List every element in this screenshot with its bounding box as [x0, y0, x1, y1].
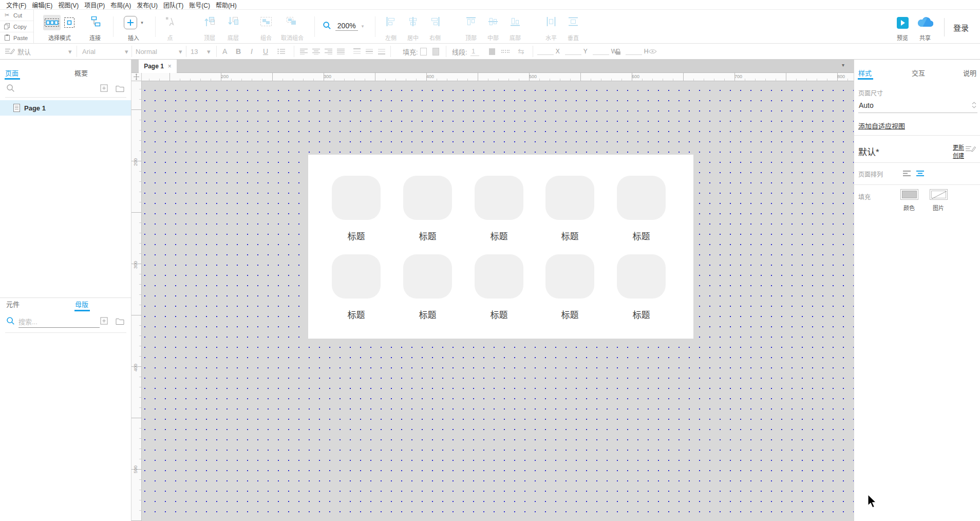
- distribute-vertical-button[interactable]: 垂直: [562, 13, 584, 42]
- select-contained-mode-button[interactable]: [63, 16, 76, 29]
- page-artboard[interactable]: 标题 标题 标题 标题 标题: [308, 155, 693, 339]
- align-top-button[interactable]: 顶部: [460, 13, 482, 42]
- image-placeholder[interactable]: [545, 254, 594, 299]
- fill-image-swatch[interactable]: [930, 189, 948, 200]
- vertical-align-top-icon[interactable]: [353, 44, 361, 59]
- text-align-right-icon[interactable]: [325, 44, 332, 59]
- search-icon[interactable]: [6, 317, 15, 327]
- fill-none-swatch[interactable]: [420, 44, 427, 59]
- tab-pages[interactable]: 页面: [5, 68, 18, 78]
- image-placeholder[interactable]: [545, 176, 594, 220]
- vertical-align-middle-icon[interactable]: [366, 44, 373, 59]
- item-title[interactable]: 标题: [617, 229, 666, 242]
- arrow-style-icon[interactable]: ⇆: [518, 44, 524, 59]
- menu-item[interactable]: 团队(T): [163, 1, 183, 9]
- menu-item[interactable]: 帮助(H): [216, 1, 237, 9]
- tab-style[interactable]: 样式: [858, 68, 872, 78]
- h-field[interactable]: H: [626, 44, 648, 59]
- ungroup-button[interactable]: 取消组合: [277, 13, 307, 42]
- line-style-icon[interactable]: [501, 44, 510, 59]
- y-field[interactable]: Y: [565, 44, 588, 59]
- distribute-horizontal-button[interactable]: 水平: [540, 13, 562, 42]
- tab-list-chevron-icon[interactable]: ▾: [842, 62, 844, 68]
- send-to-back-button[interactable]: 底层: [222, 13, 244, 42]
- page-align-left-icon[interactable]: [903, 170, 911, 179]
- tab-masters[interactable]: 母版: [75, 299, 88, 309]
- chevron-down-icon[interactable]: ▾: [141, 20, 143, 25]
- search-icon[interactable]: [6, 84, 15, 95]
- item-title[interactable]: 标题: [545, 308, 594, 321]
- eye-icon[interactable]: [648, 44, 657, 59]
- tab-notes[interactable]: 说明: [963, 68, 976, 78]
- insert-button[interactable]: ▾ 插入: [118, 13, 149, 42]
- image-placeholder[interactable]: [617, 176, 666, 220]
- bring-to-front-button[interactable]: 顶层: [198, 13, 221, 42]
- edit-style-icon[interactable]: [965, 145, 976, 156]
- text-align-left-icon[interactable]: [300, 44, 308, 59]
- menu-item[interactable]: 布局(A): [110, 1, 131, 9]
- line-color-swatch[interactable]: [489, 44, 495, 59]
- masters-search-input[interactable]: [18, 317, 100, 328]
- chevron-down-icon[interactable]: ▾: [179, 44, 182, 59]
- menu-item[interactable]: 发布(U): [137, 1, 158, 9]
- image-placeholder[interactable]: [332, 254, 381, 299]
- fill-color-swatch[interactable]: [432, 44, 439, 59]
- share-button[interactable]: 共享: [914, 13, 936, 42]
- item-title[interactable]: 标题: [403, 308, 452, 321]
- image-placeholder[interactable]: [475, 176, 523, 220]
- align-left-button[interactable]: 左侧: [380, 13, 402, 42]
- item-title[interactable]: 标题: [545, 229, 594, 242]
- menu-item[interactable]: 文件(F): [6, 1, 26, 9]
- chevron-down-icon[interactable]: ▾: [362, 24, 364, 29]
- item-title[interactable]: 标题: [475, 308, 523, 321]
- create-style-link[interactable]: 创建: [953, 151, 964, 159]
- chevron-down-icon[interactable]: ▾: [68, 44, 72, 59]
- style-preset-select[interactable]: 默认: [17, 44, 31, 59]
- point-tool-button[interactable]: 点: [160, 13, 180, 42]
- x-field[interactable]: X: [537, 44, 560, 59]
- design-canvas[interactable]: 标题 标题 标题 标题 标题: [142, 81, 854, 521]
- select-intersected-mode-button[interactable]: [43, 15, 61, 30]
- text-align-center-icon[interactable]: [312, 44, 320, 59]
- italic-button[interactable]: I: [251, 44, 253, 59]
- copy-button[interactable]: Copy: [0, 21, 33, 32]
- item-title[interactable]: 标题: [617, 308, 666, 321]
- font-color-button[interactable]: A: [222, 44, 227, 59]
- tab-widgets[interactable]: 元件: [6, 299, 20, 309]
- preview-button[interactable]: 预览: [892, 13, 913, 42]
- add-master-icon[interactable]: [100, 317, 108, 327]
- align-right-button[interactable]: 右侧: [424, 13, 446, 42]
- page-size-select[interactable]: Auto: [859, 101, 874, 109]
- align-middle-button[interactable]: 中部: [482, 13, 504, 42]
- tab-interactions[interactable]: 交互: [912, 68, 925, 78]
- font-weight-select[interactable]: Normal: [136, 44, 157, 59]
- vertical-align-bottom-icon[interactable]: [378, 44, 385, 59]
- item-title[interactable]: 标题: [332, 229, 381, 242]
- connect-button[interactable]: 连接: [83, 13, 107, 42]
- paste-button[interactable]: Paste: [0, 32, 33, 44]
- image-placeholder[interactable]: [332, 176, 381, 220]
- fill-color-swatch[interactable]: [900, 189, 918, 200]
- page-align-center-icon[interactable]: [916, 170, 925, 179]
- item-title[interactable]: 标题: [403, 229, 452, 242]
- font-family-select[interactable]: Arial: [82, 44, 96, 59]
- item-title[interactable]: 标题: [332, 308, 381, 321]
- menu-item[interactable]: 项目(P): [84, 1, 105, 9]
- item-title[interactable]: 标题: [475, 229, 523, 242]
- add-adaptive-views-link[interactable]: 添加自适应视图: [858, 121, 905, 131]
- login-button[interactable]: 登录: [953, 22, 969, 33]
- tab-outline[interactable]: 概要: [74, 68, 88, 78]
- zoom-value-field[interactable]: 200%: [335, 22, 358, 31]
- image-placeholder[interactable]: [617, 254, 666, 299]
- underline-button[interactable]: U: [263, 44, 268, 59]
- text-align-justify-icon[interactable]: [337, 44, 345, 59]
- lock-ratio-icon[interactable]: [615, 44, 621, 59]
- image-placeholder[interactable]: [403, 254, 452, 299]
- menu-item[interactable]: 编辑(E): [32, 1, 52, 9]
- bold-button[interactable]: B: [236, 44, 241, 59]
- align-center-button[interactable]: 居中: [402, 13, 424, 42]
- tab-close-icon[interactable]: ×: [168, 63, 172, 69]
- align-bottom-button[interactable]: 底部: [504, 13, 526, 42]
- bullet-list-icon[interactable]: [277, 44, 285, 59]
- chevron-down-icon[interactable]: ▾: [207, 44, 211, 59]
